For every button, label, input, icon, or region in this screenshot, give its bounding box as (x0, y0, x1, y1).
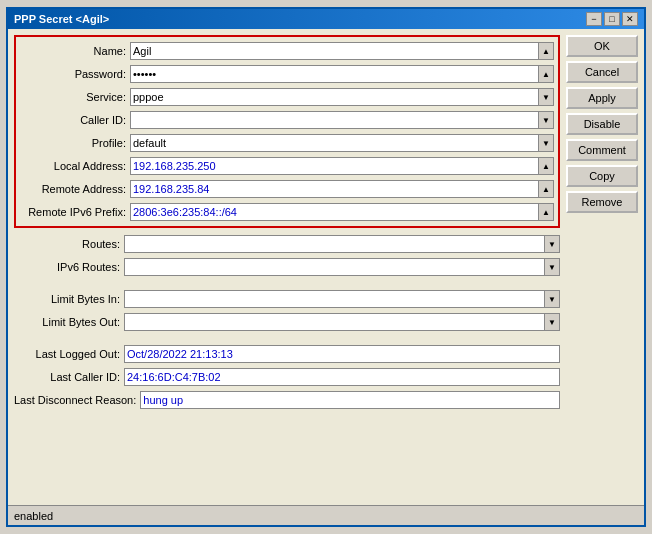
local-address-input-wrap: ▲ (130, 157, 554, 175)
limit-bytes-out-row: Limit Bytes Out: ▼ (14, 312, 560, 332)
profile-row: Profile: ▼ (20, 133, 554, 153)
last-caller-id-label: Last Caller ID: (14, 371, 124, 383)
limit-bytes-in-row: Limit Bytes In: ▼ (14, 289, 560, 309)
ipv6-routes-row: IPv6 Routes: ▼ (14, 257, 560, 277)
highlighted-section: Name: ▲ Password: ▲ Service: (14, 35, 560, 228)
last-logged-out-label: Last Logged Out: (14, 348, 124, 360)
maximize-button[interactable]: □ (604, 12, 620, 26)
remote-ipv6-input-wrap: ▲ (130, 203, 554, 221)
service-select-wrap: ▼ (130, 88, 554, 106)
form-area: Name: ▲ Password: ▲ Service: (14, 35, 560, 499)
service-label: Service: (20, 91, 130, 103)
routes-input[interactable] (124, 235, 544, 253)
divider1 (14, 280, 560, 286)
last-logged-out-row: Last Logged Out: (14, 344, 560, 364)
routes-row: Routes: ▼ (14, 234, 560, 254)
last-disconnect-input (140, 391, 560, 409)
service-row: Service: ▼ (20, 87, 554, 107)
divider2 (14, 335, 560, 341)
cancel-button[interactable]: Cancel (566, 61, 638, 83)
window-title: PPP Secret <Agil> (14, 13, 109, 25)
remote-ipv6-scroll-up[interactable]: ▲ (538, 203, 554, 221)
password-label: Password: (20, 68, 130, 80)
main-window: PPP Secret <Agil> − □ ✕ Name: ▲ (6, 7, 646, 527)
name-input[interactable] (130, 42, 538, 60)
local-address-scroll-up[interactable]: ▲ (538, 157, 554, 175)
title-bar-buttons: − □ ✕ (586, 12, 638, 26)
remote-ipv6-input[interactable] (130, 203, 538, 221)
profile-input[interactable] (130, 134, 538, 152)
local-address-input[interactable] (130, 157, 538, 175)
service-dropdown-btn[interactable]: ▼ (538, 88, 554, 106)
last-logged-out-input (124, 345, 560, 363)
remote-address-row: Remote Address: ▲ (20, 179, 554, 199)
ipv6-routes-input[interactable] (124, 258, 544, 276)
ipv6-routes-dropdown-btn[interactable]: ▼ (544, 258, 560, 276)
limit-bytes-in-label: Limit Bytes In: (14, 293, 124, 305)
limit-bytes-out-label: Limit Bytes Out: (14, 316, 124, 328)
remote-address-input[interactable] (130, 180, 538, 198)
remove-button[interactable]: Remove (566, 191, 638, 213)
profile-label: Profile: (20, 137, 130, 149)
status-text: enabled (14, 510, 53, 522)
last-caller-id-row: Last Caller ID: (14, 367, 560, 387)
status-bar: enabled (8, 505, 644, 525)
limit-bytes-out-dropdown-btn[interactable]: ▼ (544, 313, 560, 331)
name-input-wrap: ▲ (130, 42, 554, 60)
apply-button[interactable]: Apply (566, 87, 638, 109)
last-caller-id-input (124, 368, 560, 386)
password-scroll-up[interactable]: ▲ (538, 65, 554, 83)
service-input[interactable] (130, 88, 538, 106)
ipv6-routes-label: IPv6 Routes: (14, 261, 124, 273)
name-row: Name: ▲ (20, 41, 554, 61)
caller-id-dropdown-btn[interactable]: ▼ (538, 111, 554, 129)
caller-id-input[interactable] (130, 111, 538, 129)
caller-id-row: Caller ID: ▼ (20, 110, 554, 130)
limit-bytes-out-wrap: ▼ (124, 313, 560, 331)
minimize-button[interactable]: − (586, 12, 602, 26)
last-disconnect-label: Last Disconnect Reason: (14, 394, 140, 406)
ipv6-routes-select-wrap: ▼ (124, 258, 560, 276)
password-input-wrap: ▲ (130, 65, 554, 83)
local-address-label: Local Address: (20, 160, 130, 172)
remote-address-scroll-up[interactable]: ▲ (538, 180, 554, 198)
profile-dropdown-btn[interactable]: ▼ (538, 134, 554, 152)
caller-id-label: Caller ID: (20, 114, 130, 126)
remote-ipv6-row: Remote IPv6 Prefix: ▲ (20, 202, 554, 222)
ok-button[interactable]: OK (566, 35, 638, 57)
remote-ipv6-label: Remote IPv6 Prefix: (20, 206, 130, 218)
content-area: Name: ▲ Password: ▲ Service: (8, 29, 644, 505)
remote-address-input-wrap: ▲ (130, 180, 554, 198)
routes-label: Routes: (14, 238, 124, 250)
routes-select-wrap: ▼ (124, 235, 560, 253)
title-bar: PPP Secret <Agil> − □ ✕ (8, 9, 644, 29)
comment-button[interactable]: Comment (566, 139, 638, 161)
caller-id-select-wrap: ▼ (130, 111, 554, 129)
button-panel: OK Cancel Apply Disable Comment Copy Rem… (566, 35, 638, 499)
name-scroll-up[interactable]: ▲ (538, 42, 554, 60)
password-row: Password: ▲ (20, 64, 554, 84)
routes-dropdown-btn[interactable]: ▼ (544, 235, 560, 253)
limit-bytes-in-wrap: ▼ (124, 290, 560, 308)
close-button[interactable]: ✕ (622, 12, 638, 26)
limit-bytes-out-input[interactable] (124, 313, 544, 331)
password-input[interactable] (130, 65, 538, 83)
local-address-row: Local Address: ▲ (20, 156, 554, 176)
limit-bytes-in-dropdown-btn[interactable]: ▼ (544, 290, 560, 308)
copy-button[interactable]: Copy (566, 165, 638, 187)
remote-address-label: Remote Address: (20, 183, 130, 195)
limit-bytes-in-input[interactable] (124, 290, 544, 308)
last-disconnect-row: Last Disconnect Reason: (14, 390, 560, 410)
profile-select-wrap: ▼ (130, 134, 554, 152)
disable-button[interactable]: Disable (566, 113, 638, 135)
name-label: Name: (20, 45, 130, 57)
